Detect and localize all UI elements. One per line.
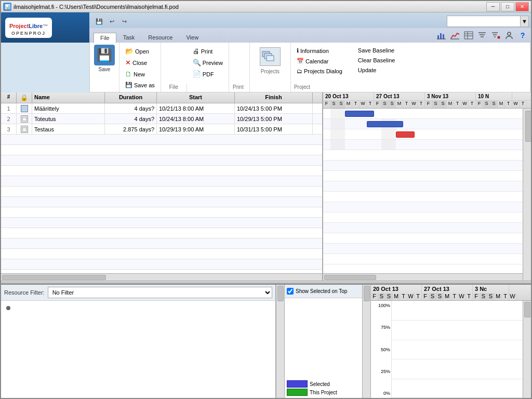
rc-day: M xyxy=(393,293,400,300)
save-large-button[interactable]: 💾 xyxy=(94,45,115,65)
projects-dialog-button[interactable]: 🗂 Projects Dialog xyxy=(294,66,345,76)
chart-row-empty xyxy=(323,233,523,244)
tab-view[interactable]: View xyxy=(179,32,205,43)
table-row-empty[interactable] xyxy=(1,218,322,228)
save-baseline-button[interactable]: Save Baseline xyxy=(355,46,398,55)
table-row-empty[interactable] xyxy=(1,197,322,207)
gantt-bar-task1[interactable] xyxy=(345,111,374,117)
close-button[interactable]: ✕ xyxy=(515,2,529,11)
table-icon-btn[interactable] xyxy=(462,29,475,42)
undo-quick-button[interactable]: ↩ xyxy=(106,16,117,27)
table-row-empty[interactable] xyxy=(1,145,322,155)
table-row-empty[interactable] xyxy=(1,166,322,176)
preview-button[interactable]: 🔍 Preview xyxy=(190,57,225,68)
chart-v-scrollbar[interactable] xyxy=(523,109,531,281)
chart-h-scrollbar[interactable] xyxy=(323,273,523,281)
tab-resource[interactable]: Resource xyxy=(141,32,179,43)
table-h-thumb[interactable] xyxy=(2,275,106,280)
logo-libre: Libre xyxy=(29,23,43,29)
tab-task[interactable]: Task xyxy=(116,32,142,43)
delete-filter-icon-btn[interactable] xyxy=(489,29,502,42)
information-button[interactable]: ℹ Information xyxy=(294,46,345,56)
resource-chart-vscrollbar[interactable] xyxy=(523,301,531,398)
gantt-chart-rows[interactable] xyxy=(323,109,523,273)
maximize-button[interactable]: □ xyxy=(501,2,514,11)
week-label-1: 20 Oct 13 xyxy=(323,92,374,100)
resource-area[interactable] xyxy=(1,301,275,398)
table-row-empty[interactable] xyxy=(1,249,322,259)
project-name-input[interactable]: ilmaisohjelmat.fi xyxy=(447,18,520,24)
pdf-button[interactable]: 📄 PDF xyxy=(190,69,225,79)
resource-chart-vthumb[interactable] xyxy=(524,302,530,317)
table-row-empty[interactable] xyxy=(1,259,322,270)
help-icon-btn[interactable]: ? xyxy=(516,29,529,42)
gantt-bar-task2[interactable] xyxy=(367,121,403,127)
task-rows-scroll[interactable]: 1 Määrittely 4 days? 10/21/13 8:00 AM 10… xyxy=(1,103,322,281)
person-icon-btn[interactable] xyxy=(503,29,515,42)
tab-file[interactable]: File xyxy=(94,33,116,43)
table-row-empty[interactable] xyxy=(1,238,322,249)
calendar-button[interactable]: 📅 Calendar xyxy=(294,56,345,66)
chart-row-empty xyxy=(323,223,523,233)
row-start[interactable]: 10/29/13 9:00 AM xyxy=(157,124,235,134)
table-row-empty[interactable] xyxy=(1,270,322,273)
gantt-bar-task3[interactable] xyxy=(396,131,415,138)
row-start[interactable]: 10/24/13 8:00 AM xyxy=(157,114,235,124)
table-row-empty[interactable] xyxy=(1,135,322,145)
ribbon-right: 💾 ↩ ↪ ilmaisohjelmat.fi ▼ File Task Reso… xyxy=(89,12,531,92)
table-row-empty[interactable] xyxy=(1,228,322,238)
save-as-button[interactable]: 💾 Save as xyxy=(123,80,157,90)
table-row-empty[interactable] xyxy=(1,207,322,218)
row-finish[interactable]: 10/29/13 5:00 PM xyxy=(235,114,313,124)
projects-button[interactable] xyxy=(256,45,284,69)
row-duration[interactable]: 2.875 days? xyxy=(105,124,157,134)
rc-day: T xyxy=(415,293,422,300)
row-start[interactable]: 10/21/13 8:00 AM xyxy=(157,103,235,113)
table-row-empty[interactable] xyxy=(1,176,322,187)
row-name[interactable]: Testaus xyxy=(32,124,105,134)
filter-icon-btn[interactable] xyxy=(476,29,488,42)
row-name[interactable]: Toteutus xyxy=(32,114,105,124)
resource-chart-grid[interactable] xyxy=(392,301,523,398)
bottom-center-vscrollbar[interactable] xyxy=(363,285,371,398)
redo-quick-button[interactable]: ↪ xyxy=(118,16,130,27)
chart-row-empty xyxy=(323,254,523,264)
table-row-empty[interactable] xyxy=(1,155,322,166)
open-label: Open xyxy=(135,48,149,55)
chart-row-empty xyxy=(323,150,523,161)
minimize-button[interactable]: ─ xyxy=(486,2,500,11)
project-group-label: Project xyxy=(294,84,527,90)
row-duration[interactable]: 4 days? xyxy=(105,103,157,113)
bottom-center-vthumb[interactable] xyxy=(364,286,370,301)
save-as-icon: 💾 xyxy=(125,82,132,88)
row-finish[interactable]: 10/31/13 5:00 PM xyxy=(235,124,313,134)
bottom-vscroll-thumb[interactable] xyxy=(277,286,284,301)
table-h-scrollbar[interactable] xyxy=(1,273,322,281)
bottom-left-vscrollbar[interactable] xyxy=(276,285,285,398)
project-selector[interactable]: ilmaisohjelmat.fi ▼ xyxy=(447,16,529,27)
table-row[interactable]: 2 Toteutus 4 days? 10/24/13 8:00 AM 10/2… xyxy=(1,114,322,124)
open-button[interactable]: 📂 Open xyxy=(123,46,157,57)
week-label-4: 10 N xyxy=(476,92,512,100)
row-finish[interactable]: 10/24/13 5:00 PM xyxy=(235,103,313,113)
table-row-empty[interactable] xyxy=(1,187,322,197)
filter-select[interactable]: No Filter xyxy=(48,287,272,298)
print-button[interactable]: 🖨 Print xyxy=(190,46,225,57)
table-row[interactable]: 3 Testaus 2.875 days? 10/29/13 9:00 AM 1… xyxy=(1,124,322,135)
close-button[interactable]: ✕ Close xyxy=(123,57,157,68)
row-name[interactable]: Määrittely xyxy=(32,103,105,113)
svg-rect-20 xyxy=(267,56,274,61)
show-top-checkbox[interactable] xyxy=(287,288,294,295)
new-button[interactable]: 🗋 New xyxy=(123,69,157,79)
table-row[interactable]: 1 Määrittely 4 days? 10/21/13 8:00 AM 10… xyxy=(1,103,322,114)
chart-icon-btn[interactable] xyxy=(435,29,448,42)
update-button[interactable]: Update xyxy=(355,65,398,75)
chart-h-thumb[interactable] xyxy=(324,275,376,280)
row-duration[interactable]: 4 days? xyxy=(105,114,157,124)
rc-day: F xyxy=(473,293,480,300)
save-quick-button[interactable]: 💾 xyxy=(94,16,105,27)
chart-v-thumb[interactable] xyxy=(525,111,531,142)
project-dropdown-arrow[interactable]: ▼ xyxy=(520,16,528,26)
graph-icon-btn[interactable] xyxy=(449,29,461,42)
clear-baseline-button[interactable]: Clear Baseline xyxy=(355,56,398,65)
